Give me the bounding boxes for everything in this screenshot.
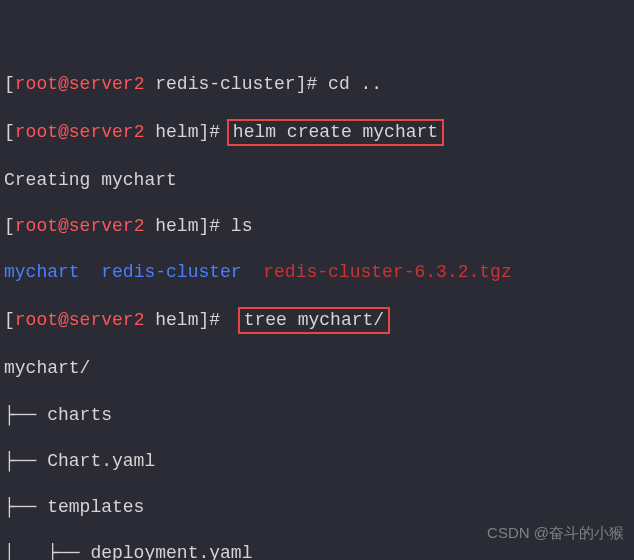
prompt-suffix: ]# xyxy=(296,74,328,94)
prompt-user: root@server2 xyxy=(15,216,145,236)
prompt-path: helm xyxy=(144,216,198,236)
prompt-path: helm xyxy=(144,122,198,142)
highlight-box-2: tree mychart/ xyxy=(238,307,390,334)
command-text: tree mychart/ xyxy=(244,310,384,330)
prompt-suffix: ]# xyxy=(198,216,230,236)
tree-line: │ ├── deployment.yaml xyxy=(4,542,630,560)
tree-line: ├── templates xyxy=(4,496,630,519)
prompt-user: root@server2 xyxy=(15,74,145,94)
dir-name: redis-cluster xyxy=(80,262,242,282)
dir-name: mychart xyxy=(4,262,80,282)
bracket: [ xyxy=(4,122,15,142)
command-text: helm create mychart xyxy=(233,122,438,142)
prompt-user: root@server2 xyxy=(15,310,145,330)
terminal-line-2: [root@server2 helm]# helm create mychart xyxy=(4,119,630,146)
archive-name: redis-cluster-6.3.2.tgz xyxy=(242,262,512,282)
command-text: ls xyxy=(231,216,253,236)
output-line: Creating mychart xyxy=(4,169,630,192)
command-text: cd .. xyxy=(328,74,382,94)
prompt-path: helm xyxy=(144,310,198,330)
tree-root: mychart/ xyxy=(4,357,630,380)
terminal-line-6: [root@server2 helm]# tree mychart/ xyxy=(4,307,630,334)
bracket: [ xyxy=(4,74,15,94)
bracket: [ xyxy=(4,310,15,330)
watermark-text: CSDN @奋斗的小猴 xyxy=(487,523,624,542)
prompt-path: redis-cluster xyxy=(144,74,295,94)
prompt-user: root@server2 xyxy=(15,122,145,142)
prompt-suffix: ]# xyxy=(198,310,230,330)
tree-line: ├── Chart.yaml xyxy=(4,450,630,473)
bracket: [ xyxy=(4,216,15,236)
terminal-line-1: [root@server2 redis-cluster]# cd .. xyxy=(4,73,630,96)
ls-output: mychart redis-cluster redis-cluster-6.3.… xyxy=(4,261,630,284)
terminal-line-4: [root@server2 helm]# ls xyxy=(4,215,630,238)
highlight-box-1: helm create mychart xyxy=(227,119,444,146)
tree-line: ├── charts xyxy=(4,404,630,427)
